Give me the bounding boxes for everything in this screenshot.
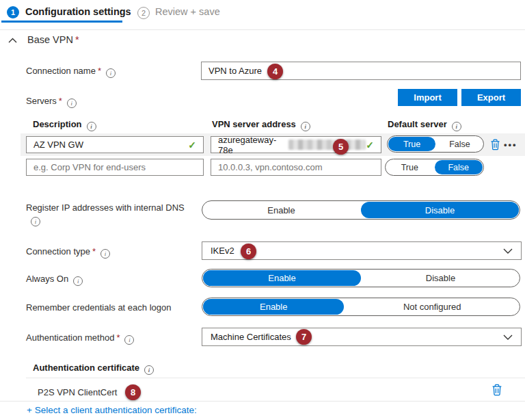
column-header-default-server: Default serveri xyxy=(388,119,461,131)
info-icon[interactable]: i xyxy=(100,249,110,259)
required-asterisk: * xyxy=(98,66,101,76)
info-icon[interactable]: i xyxy=(144,365,154,375)
remember-credentials-label: Remember credentials at each logon xyxy=(26,302,171,313)
redacted-address-blur xyxy=(288,140,366,150)
tab-review-save[interactable]: Review + save xyxy=(155,6,220,17)
always-on-toggle: Enable Disable xyxy=(202,269,520,287)
register-dns-toggle: Enable Disable xyxy=(202,200,520,220)
step-1-circle[interactable]: 1 xyxy=(7,6,19,18)
info-icon[interactable]: i xyxy=(124,335,134,345)
column-header-description-text: Description xyxy=(33,119,82,129)
remember-credentials-label-text: Remember credentials at each logon xyxy=(26,302,171,313)
active-tab-underline xyxy=(1,21,122,23)
connection-type-label-text: Connection type xyxy=(26,246,90,257)
row-context-menu-icon[interactable]: ••• xyxy=(504,140,517,150)
description-value: AZ VPN GW xyxy=(33,140,83,150)
toggle-disable-option[interactable]: Disable xyxy=(361,202,519,218)
tab-configuration-settings[interactable]: Configuration settings xyxy=(25,6,131,17)
annotation-badge-7: 7 xyxy=(296,329,312,345)
toggle-not-configured-option[interactable]: Not configured xyxy=(345,298,520,315)
column-header-description: Descriptioni xyxy=(33,119,96,131)
section-title-text: Base VPN xyxy=(27,34,73,45)
auth-method-value: Machine Certificates xyxy=(211,332,291,342)
required-asterisk: * xyxy=(75,34,79,45)
export-button[interactable]: Export xyxy=(461,89,521,106)
address-value: azuregateway-78e xyxy=(218,135,286,155)
step-2-circle[interactable]: 2 xyxy=(137,7,150,19)
info-icon[interactable]: i xyxy=(67,99,77,108)
section-title: Base VPN* xyxy=(27,34,79,46)
annotation-badge-8: 8 xyxy=(125,384,141,400)
info-icon[interactable]: i xyxy=(106,68,116,78)
chevron-down-icon xyxy=(503,334,513,340)
info-icon[interactable]: i xyxy=(452,122,461,131)
chevron-up-icon[interactable] xyxy=(8,37,17,44)
valid-check-icon: ✓ xyxy=(366,140,374,150)
description-input-row2[interactable] xyxy=(26,159,204,176)
certificate-name: P2S VPN ClientCert xyxy=(38,386,117,398)
remember-credentials-toggle: Enable Not configured xyxy=(202,298,520,316)
auth-certificate-heading-text: Authentication certificate xyxy=(33,363,139,373)
delete-row-icon[interactable] xyxy=(489,138,501,151)
connection-name-input[interactable] xyxy=(201,62,521,80)
vpn-server-address-input-row1[interactable]: azuregateway-78e ✓ xyxy=(211,136,381,153)
column-header-address: VPN server addressi xyxy=(212,119,310,131)
info-icon[interactable]: i xyxy=(87,122,96,131)
info-icon[interactable]: i xyxy=(73,276,83,286)
toggle-enable-option[interactable]: Enable xyxy=(203,299,344,315)
chevron-down-icon xyxy=(503,248,513,254)
delete-certificate-icon[interactable] xyxy=(491,383,502,396)
connection-name-label: Connection name*i xyxy=(26,65,116,78)
description-input-row1[interactable]: AZ VPN GW ✓ xyxy=(26,136,204,153)
auth-method-label: Authentication method*i xyxy=(26,332,134,345)
toggle-enable-option[interactable]: Enable xyxy=(203,270,361,286)
default-server-toggle-row1: True False xyxy=(387,135,484,153)
always-on-label-text: Always On xyxy=(26,274,68,284)
toggle-true-option[interactable]: True xyxy=(388,137,435,151)
certificate-divider-top xyxy=(26,378,525,378)
tabs-divider xyxy=(0,29,525,30)
annotation-badge-6: 6 xyxy=(241,244,256,259)
toggle-false-option[interactable]: False xyxy=(436,136,483,152)
default-server-toggle-row2: True False xyxy=(385,159,484,176)
connection-type-label: Connection type*i xyxy=(26,246,110,259)
auth-method-dropdown[interactable]: Machine Certificates xyxy=(202,328,522,346)
auth-certificate-heading: Authentication certificatei xyxy=(33,363,154,375)
column-header-default-server-text: Default server xyxy=(388,119,447,129)
valid-check-icon: ✓ xyxy=(188,140,196,150)
annotation-badge-5: 5 xyxy=(333,139,349,155)
always-on-label: Always Oni xyxy=(26,273,83,286)
annotation-badge-4: 4 xyxy=(267,64,283,79)
auth-method-label-text: Authentication method xyxy=(26,332,114,343)
select-certificate-link[interactable]: + Select a client authentication certifi… xyxy=(27,405,197,415)
column-header-address-text: VPN server address xyxy=(212,119,296,129)
servers-label-text: Servers xyxy=(26,96,57,106)
toggle-disable-option[interactable]: Disable xyxy=(362,270,520,287)
connection-name-label-text: Connection name xyxy=(26,66,96,76)
connection-type-value: IKEv2 xyxy=(211,246,234,256)
register-dns-label-text: Register IP addresses with internal DNS xyxy=(26,202,185,213)
info-icon[interactable]: i xyxy=(31,217,40,226)
toggle-true-option[interactable]: True xyxy=(386,159,434,175)
servers-label: Servers*i xyxy=(26,95,77,108)
toggle-enable-option[interactable]: Enable xyxy=(202,201,360,219)
required-asterisk: * xyxy=(116,332,120,343)
required-asterisk: * xyxy=(92,246,96,257)
vpn-server-address-input-row2[interactable] xyxy=(211,159,381,176)
import-button[interactable]: Import xyxy=(398,89,457,106)
toggle-false-option[interactable]: False xyxy=(435,160,483,174)
required-asterisk: * xyxy=(59,96,62,106)
register-dns-label: Register IP addresses with internal DNSi xyxy=(26,202,198,226)
info-icon[interactable]: i xyxy=(301,122,310,131)
certificate-divider-bottom xyxy=(0,401,525,402)
